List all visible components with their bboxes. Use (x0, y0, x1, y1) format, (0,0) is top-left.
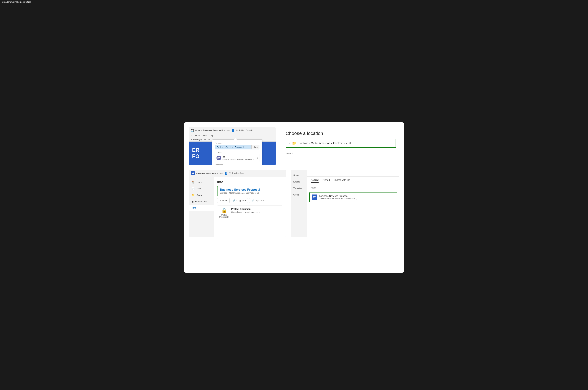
open-label: Open (196, 194, 202, 196)
recent-col-header: Name (307, 185, 399, 191)
share-panel: Share Export Transform Close (291, 170, 399, 237)
recent-doc-path: Contoso - Matter Americas » Contracts » … (319, 197, 359, 200)
transform-nav-label: Transform (293, 187, 303, 190)
name-col-label: Name (286, 152, 291, 154)
undo-icon[interactable]: ↩ (195, 129, 197, 132)
location-label: Location (215, 151, 260, 153)
ribbon-draw[interactable]: Draw (195, 134, 200, 137)
collab-icon: 👤 (231, 129, 235, 132)
recent-doc-name: Business Services Proposal (319, 195, 359, 197)
recent-item-selected[interactable]: W Business Services Proposal Contoso - M… (309, 192, 397, 202)
action-buttons: ↗ Share 🔗 Copy path 🔗 Copy local p (217, 198, 282, 203)
up-arrow-icon[interactable]: ↑ (289, 142, 290, 145)
tab-shared-with-me[interactable]: Shared with Me (334, 179, 350, 183)
info-section-title: Info (217, 180, 282, 184)
share-nav-close[interactable]: Close (291, 192, 307, 198)
tab-pinned[interactable]: Pinned (322, 179, 330, 183)
location-breadcrumb-box[interactable]: ↑ 📁 Contoso - Matter Americas » Contract… (286, 139, 396, 148)
shield-icon-bottom: 🛡 (228, 172, 231, 175)
toolbar-underline[interactable]: U (204, 139, 206, 141)
share-nav-export[interactable]: Export (291, 179, 307, 185)
save-icon[interactable]: 💾 (191, 129, 194, 132)
location-box[interactable]: MA Q1 Contoso - Matter Americas » Contra… (215, 154, 260, 162)
sensitivity-label: Sensitivity (215, 164, 260, 165)
choose-location-panel: Choose a location ↑ 📁 Contoso - Matter A… (282, 127, 399, 165)
share-nav-label: Share (293, 174, 299, 176)
ribbon-rt[interactable]: rt (191, 134, 192, 137)
badges-bottom: Public • Saved (232, 172, 245, 174)
caret (234, 138, 237, 140)
sidebar-item-home[interactable]: 🏠 Home (189, 179, 214, 185)
toolbar-ab[interactable]: ab (208, 139, 210, 141)
sort-arrow-icon[interactable]: ↑ (292, 152, 293, 154)
protect-title: Protect Document (231, 208, 261, 210)
sidebar-item-addins[interactable]: ⊞ Get Add-ins (189, 198, 214, 205)
doc-title-text: Business Services Proposal (220, 188, 280, 192)
ribbon-desi[interactable]: Desi (203, 134, 207, 137)
sidebar-item-new[interactable]: 📄 New (189, 185, 214, 192)
addins-label: Get Add-ins (195, 200, 207, 203)
protect-section: 🔒 ProtectDocument ▾ Protect Document Con… (217, 205, 282, 220)
share-content: Recent Pinned Shared with Me Name W Busi… (307, 170, 399, 237)
word-titlebar-top: 💾 ↩ ↪ ▾ Business Services Proposal 👤 🛡 P… (189, 127, 276, 133)
doc-badges-top: 🛡 Public • Saved ▾ (236, 129, 253, 132)
choose-location-title: Choose a location (286, 131, 396, 136)
close-nav-label: Close (293, 194, 299, 196)
sidebar-item-open[interactable]: 📁 Open (189, 192, 214, 198)
word-panel-top: 💾 ↩ ↪ ▾ Business Services Proposal 👤 🛡 P… (189, 127, 276, 165)
filename-label: File name (215, 142, 260, 144)
open-icon: 📁 (191, 194, 195, 197)
redo-icon[interactable]: ↪ (198, 129, 200, 132)
tab-recent[interactable]: Recent (311, 179, 319, 183)
filename-ext: .docx (251, 146, 259, 149)
doc-title-top: Business Services Proposal (203, 129, 230, 132)
protect-icon-wrapper: 🔒 ProtectDocument ▾ (219, 208, 229, 218)
chevron-down-icon[interactable]: ▾ (252, 129, 253, 132)
new-label: New (196, 187, 201, 190)
ribbon-help[interactable]: elp (211, 134, 213, 137)
word-ribbon-top: rt Draw Desi elp (189, 133, 276, 138)
title-bar-label: Breadcrumb Patterns in Office (2, 1, 31, 3)
collab-icon-bottom: 👤 (224, 172, 227, 175)
share-nav-share[interactable]: Share (291, 172, 307, 179)
shield-icon: 🛡 (236, 129, 238, 132)
share-btn-label: Share (222, 199, 227, 202)
name-header: Name ↑ (286, 150, 396, 156)
info-sidebar: 🏠 Home 📄 New 📁 Open ⊞ Get Add-ins (189, 177, 214, 237)
folder-icon-lg: 📁 (292, 141, 297, 146)
recent-doc-icon: W (312, 195, 317, 200)
location-chevron[interactable]: ▾ (257, 156, 258, 160)
home-icon: 🏠 (191, 181, 195, 184)
dropdown-panel: File name Business Services Proposal .do… (212, 139, 262, 165)
dropdown-icon[interactable]: ▾ (201, 129, 202, 132)
share-button[interactable]: ↗ Share (217, 198, 229, 203)
location-q1: Q1 (222, 156, 254, 158)
main-container: 💾 ↩ ↪ ▾ Business Services Proposal 👤 🛡 P… (184, 122, 404, 273)
protect-text: Protect Document Control what types of c… (231, 208, 261, 213)
copy-local-label: Copy local p (255, 199, 266, 202)
ma-avatar: MA (216, 156, 221, 160)
link-icon: 🔗 (233, 199, 236, 202)
share-icon: ↗ (219, 199, 221, 202)
titlebar-icons: 💾 ↩ ↪ ▾ (191, 129, 202, 132)
protect-desc: Control what types of changes pe (231, 211, 261, 213)
location-details: Q1 Contoso - Matter Americas » Contracts (222, 156, 254, 160)
bottom-section: W Business Services Proposal 👤 🛡 Public … (189, 170, 399, 237)
sidebar-item-info[interactable]: Info (189, 205, 214, 211)
toolbar-style[interactable]: JI (Headings) (191, 139, 202, 141)
copy-path-button[interactable]: 🔗 Copy path (231, 198, 248, 203)
copy-local-button[interactable]: 🔗 Copy local p (249, 198, 268, 203)
share-sidebar: Share Export Transform Close (291, 170, 307, 237)
doc-path: Contoso - Matter Americas » Contracts » … (220, 192, 280, 194)
info-content: Info Business Services Proposal Contoso … (214, 177, 286, 237)
addins-icon: ⊞ (191, 200, 194, 203)
filename-field[interactable]: Business Services Proposal (215, 145, 251, 149)
new-icon: 📄 (191, 187, 195, 190)
share-layout: Share Export Transform Close (291, 170, 399, 237)
share-nav-transform[interactable]: Transform (291, 185, 307, 192)
word-info-titlebar: W Business Services Proposal 👤 🛡 Public … (189, 170, 286, 177)
word-info-panel: W Business Services Proposal 👤 🛡 Public … (189, 170, 286, 237)
protect-btn-label[interactable]: ProtectDocument ▾ (219, 214, 229, 218)
location-left: MA Q1 Contoso - Matter Americas » Contra… (216, 156, 254, 160)
local-link-icon: 🔗 (251, 199, 254, 202)
